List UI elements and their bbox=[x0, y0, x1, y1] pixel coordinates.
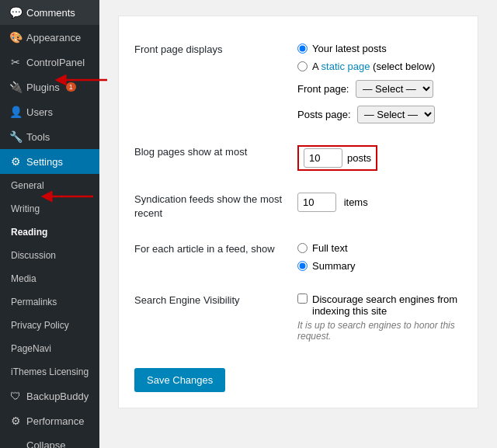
save-changes-button[interactable]: Save Changes bbox=[134, 368, 225, 392]
radio-latest-posts-input[interactable] bbox=[297, 43, 308, 54]
sidebar-item-writing[interactable]: Writing bbox=[0, 197, 99, 221]
search-visibility-row: Search Engine Visibility Discourage sear… bbox=[134, 283, 462, 352]
sidebar-item-ithemes-licensing[interactable]: iThemes Licensing bbox=[0, 360, 99, 384]
save-button-wrap: Save Changes bbox=[134, 362, 462, 392]
main-content: Front page displays Your latest posts bbox=[99, 0, 497, 448]
backupbuddy-icon: 🛡 bbox=[9, 390, 22, 402]
settings-icon: ⚙ bbox=[9, 155, 22, 168]
search-visibility-hint: It is up to search engines to honor this… bbox=[297, 320, 462, 342]
search-visibility-td: Discourage search engines from indexing … bbox=[297, 283, 462, 352]
blog-pages-input[interactable] bbox=[304, 148, 342, 168]
sidebar-item-privacy-policy[interactable]: Privacy Policy bbox=[0, 314, 99, 337]
radio-static-page[interactable]: A static page (select below) bbox=[297, 61, 462, 72]
blog-pages-row: Blog pages show at most posts bbox=[134, 134, 462, 182]
syndication-input[interactable] bbox=[297, 193, 336, 212]
syndication-label: Syndication feeds show the most recent bbox=[134, 182, 297, 231]
search-visibility-label: Search Engine Visibility bbox=[134, 283, 297, 352]
feed-article-td: Full text Summary bbox=[297, 231, 462, 283]
radio-latest-posts[interactable]: Your latest posts bbox=[297, 43, 462, 54]
sidebar-item-label-comments: Comments bbox=[26, 7, 75, 19]
feed-article-label: For each article in a feed, show bbox=[134, 231, 297, 283]
sidebar-item-label-settings: Settings bbox=[26, 156, 63, 168]
front-page-select-label: Front page: bbox=[297, 83, 349, 95]
sidebar-item-label-backupbuddy: BackupBuddy bbox=[26, 391, 89, 402]
sidebar-item-label-media: Media bbox=[11, 273, 36, 284]
sidebar-item-label-tools: Tools bbox=[26, 131, 50, 143]
blog-pages-suffix: posts bbox=[347, 152, 371, 164]
sidebar-item-label-controlpanel: ControlPanel bbox=[26, 57, 85, 68]
syndication-suffix: items bbox=[344, 196, 368, 208]
sidebar-item-label-pagenavi: PageNavi bbox=[11, 343, 51, 354]
posts-page-select[interactable]: — Select — bbox=[357, 106, 435, 123]
sidebar-item-label-users: Users bbox=[26, 106, 53, 118]
front-page-select[interactable]: — Select — bbox=[356, 80, 433, 98]
sidebar-item-label-writing: Writing bbox=[11, 203, 40, 214]
sidebar-item-label-ithemes-licensing: iThemes Licensing bbox=[11, 366, 89, 377]
performance-icon: ⚙ bbox=[9, 415, 22, 427]
plugins-icon: 🔌 bbox=[9, 81, 22, 93]
blog-pages-td: posts bbox=[297, 134, 462, 182]
collapse-menu-icon: ◀ bbox=[9, 445, 22, 448]
front-page-row: Front page displays Your latest posts bbox=[134, 32, 462, 134]
appearance-icon: 🎨 bbox=[9, 31, 22, 43]
blog-pages-label: Blog pages show at most bbox=[134, 134, 297, 182]
posts-page-select-label: Posts page: bbox=[297, 109, 351, 120]
search-visibility-checkbox-row: Discourage search engines from indexing … bbox=[297, 293, 462, 317]
plugins-badge: 1 bbox=[66, 82, 76, 92]
sidebar-item-tools[interactable]: 🔧Tools bbox=[0, 124, 99, 149]
static-page-link[interactable]: static page bbox=[321, 61, 370, 72]
syndication-td: items bbox=[297, 182, 462, 231]
controlpanel-icon: ✂ bbox=[9, 56, 22, 68]
sidebar-item-label-reading: Reading bbox=[11, 227, 47, 238]
sidebar-item-label-performance: Performance bbox=[26, 415, 84, 427]
radio-full-text[interactable]: Full text bbox=[297, 242, 462, 254]
radio-latest-posts-label: Your latest posts bbox=[312, 43, 387, 54]
tools-icon: 🔧 bbox=[9, 130, 22, 143]
sidebar-item-label-plugins: Plugins bbox=[26, 82, 60, 93]
users-icon: 👤 bbox=[9, 106, 22, 118]
sidebar-item-label-general: General bbox=[11, 180, 44, 191]
radio-full-text-label: Full text bbox=[312, 242, 348, 254]
front-page-label: Front page displays bbox=[134, 32, 297, 134]
sidebar-item-label-collapse-menu: Collapse menu bbox=[26, 439, 90, 448]
sidebar-item-pagenavi[interactable]: PageNavi bbox=[0, 337, 99, 360]
sidebar-item-media[interactable]: Media bbox=[0, 267, 99, 290]
sidebar-item-discussion[interactable]: Discussion bbox=[0, 244, 99, 267]
search-visibility-checkbox[interactable] bbox=[297, 293, 308, 304]
blog-pages-input-wrap: posts bbox=[297, 145, 377, 171]
sidebar-item-label-permalinks: Permalinks bbox=[11, 297, 57, 307]
sidebar-item-permalinks[interactable]: Permalinks bbox=[0, 290, 99, 314]
posts-page-select-row: Posts page: — Select — bbox=[297, 106, 462, 123]
sidebar-item-label-appearance: Appearance bbox=[26, 32, 81, 43]
radio-full-text-input[interactable] bbox=[297, 243, 308, 253]
sidebar-item-backupbuddy[interactable]: 🛡BackupBuddy bbox=[0, 384, 99, 408]
sidebar-item-collapse-menu[interactable]: ◀Collapse menu bbox=[0, 433, 99, 448]
sidebar-item-settings[interactable]: ⚙Settings bbox=[0, 149, 99, 174]
sidebar-item-performance[interactable]: ⚙Performance bbox=[0, 408, 99, 433]
syndication-row: Syndication feeds show the most recent i… bbox=[134, 182, 462, 231]
front-page-options: Your latest posts A static page (select … bbox=[297, 32, 462, 134]
search-visibility-checkbox-label: Discourage search engines from indexing … bbox=[312, 293, 462, 317]
comments-icon: 💬 bbox=[9, 6, 22, 19]
sidebar-item-users[interactable]: 👤Users bbox=[0, 99, 99, 124]
radio-summary-label: Summary bbox=[312, 260, 356, 272]
radio-static-page-label: A static page (select below) bbox=[312, 61, 435, 72]
sidebar-item-label-privacy-policy: Privacy Policy bbox=[11, 320, 69, 331]
sidebar-item-reading[interactable]: Reading bbox=[0, 221, 99, 244]
sidebar-item-label-discussion: Discussion bbox=[11, 250, 56, 261]
radio-summary[interactable]: Summary bbox=[297, 260, 462, 272]
form-table: Front page displays Your latest posts bbox=[134, 32, 462, 352]
sidebar-item-comments[interactable]: 💬Comments bbox=[0, 0, 99, 25]
front-page-select-row: Front page: — Select — bbox=[297, 80, 462, 98]
radio-summary-input[interactable] bbox=[297, 261, 308, 271]
sidebar: 💬Comments🎨Appearance✂ControlPanel🔌Plugin… bbox=[0, 0, 99, 448]
sidebar-item-general[interactable]: General bbox=[0, 174, 99, 197]
sidebar-item-appearance[interactable]: 🎨Appearance bbox=[0, 25, 99, 50]
radio-static-page-input[interactable] bbox=[297, 61, 308, 71]
settings-form: Front page displays Your latest posts bbox=[118, 16, 478, 408]
feed-article-row: For each article in a feed, show Full te… bbox=[134, 231, 462, 283]
sidebar-item-plugins[interactable]: 🔌Plugins1 bbox=[0, 75, 99, 99]
sidebar-item-controlpanel[interactable]: ✂ControlPanel bbox=[0, 50, 99, 75]
